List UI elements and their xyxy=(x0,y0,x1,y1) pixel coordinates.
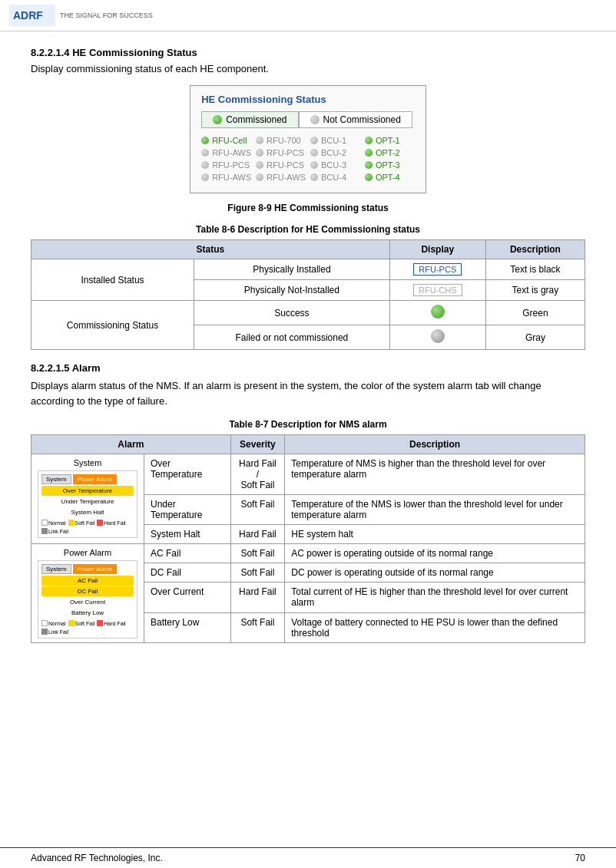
desc-cell: DC power is operating outside of its nor… xyxy=(285,563,585,583)
table-8-7: Alarm Severity Description System System… xyxy=(31,434,585,643)
row-group-installed: Installed Status xyxy=(31,259,194,301)
list-item: BCU-4 xyxy=(310,173,360,182)
logo: ADRF xyxy=(9,5,55,26)
over-current-item: Over Current xyxy=(41,597,134,607)
system-halt-item: System Halt xyxy=(41,507,134,517)
footer-page-number: 70 xyxy=(575,853,585,863)
legend-soft2: Soft Fail xyxy=(68,620,95,626)
list-item: RFU-PCS xyxy=(256,160,306,170)
alarm-label: Battery Low xyxy=(144,612,231,642)
desc-cell: HE system halt xyxy=(285,525,585,544)
he-commissioning-box: HE Commissioning Status Commissioned Not… xyxy=(190,85,426,193)
list-item: RFU-PCS xyxy=(256,148,306,157)
list-item: BCU-3 xyxy=(310,160,360,170)
display-cell xyxy=(389,325,485,350)
description-col-header: Description xyxy=(285,435,585,454)
alarm-group-power: Power Alarm System Power Alarm AC Fail D… xyxy=(31,544,144,643)
power-alarm-tab: Power Alarm xyxy=(73,474,117,484)
system-tab: System xyxy=(41,474,71,484)
battery-low-item: Battery Low xyxy=(41,608,134,618)
table-8-6: Status Display Description Installed Sta… xyxy=(31,239,585,350)
table-row: Commissioning Status Success Green xyxy=(31,301,585,325)
alarm-label: AC Fail xyxy=(144,544,231,563)
dot-green-icon xyxy=(365,173,373,181)
legend-link2: Link Fail xyxy=(41,629,68,635)
section-heading-82214: 8.2.2.1.4 HE Commissioning Status xyxy=(31,47,585,58)
dot-gray-icon xyxy=(256,173,263,181)
row-label: Physically Not-Installed xyxy=(194,280,390,301)
over-temp-item: Over Temperature xyxy=(41,486,134,496)
system-screenshot: System Power Alarm Over Temperature Unde… xyxy=(38,470,137,538)
legend-soft: Soft Fail xyxy=(68,520,95,526)
list-item: OPT-4 xyxy=(365,173,415,182)
sys-items-list: Over Temperature Under Temperature Syste… xyxy=(41,486,134,517)
list-item: OPT-2 xyxy=(365,148,415,157)
system-tab2: System xyxy=(41,564,71,574)
list-item: RFU-AWS xyxy=(201,173,251,182)
page-footer: Advanced RF Technologies, Inc. 70 xyxy=(0,847,616,868)
dot-gray-icon xyxy=(310,137,318,144)
list-item: RFU-AWS xyxy=(256,173,306,182)
list-item: RFU-AWS xyxy=(201,148,251,157)
severity-cell: Soft Fail xyxy=(230,544,285,563)
severity-cell: Soft Fail xyxy=(230,612,285,642)
dot-green-icon xyxy=(365,149,373,157)
table-row: Power Alarm System Power Alarm AC Fail D… xyxy=(31,544,585,563)
commissioned-label: Commissioned xyxy=(226,114,286,125)
row-group-commissioning: Commissioning Status xyxy=(31,301,194,350)
dot-gray-icon xyxy=(201,149,209,157)
section-body-82214: Display commissioning status of each HE … xyxy=(31,63,585,74)
desc-cell: Voltage of battery connected to HE PSU i… xyxy=(285,612,585,642)
table-row: Installed Status Physically Installed RF… xyxy=(31,259,585,280)
alarm-label: System Halt xyxy=(144,525,231,544)
ac-fail-item: AC Fail xyxy=(41,576,134,586)
legend-not-commissioned: Not Commissioned xyxy=(299,111,412,128)
dc-fail-item: DC Fail xyxy=(41,586,134,596)
alarm-label: Under Temperature xyxy=(144,495,231,525)
col-header-display: Display xyxy=(389,240,485,259)
severity-cell: Hard Fail xyxy=(230,583,285,612)
alarm-label: Over Current xyxy=(144,583,231,612)
desc-cell: Text is gray xyxy=(485,280,585,301)
legend-normal2: Normal xyxy=(41,620,66,626)
list-item: OPT-3 xyxy=(365,160,415,170)
dot-gray-icon xyxy=(310,173,318,181)
dot-gray-icon xyxy=(310,161,318,169)
dot-gray-icon xyxy=(201,173,209,181)
screenshot-tabs: System Power Alarm xyxy=(41,474,134,484)
power-alarm-tab2: Power Alarm xyxy=(73,564,117,574)
dot-gray-icon xyxy=(256,161,263,169)
legend-hard: Hard Fail xyxy=(97,520,125,526)
alarm-col-header: Alarm xyxy=(31,435,231,454)
dot-gray-icon xyxy=(201,161,209,169)
he-component-grid: RFU-Cell RFU-700 BCU-1 OPT-1 RFU-AW xyxy=(201,136,415,182)
desc-cell: Temperature of NMS is higher than the th… xyxy=(285,454,585,495)
power-sys-legend: Normal Soft Fail Hard Fail xyxy=(41,620,134,635)
display-cell: RFU-CHS xyxy=(389,280,485,301)
dot-gray-icon xyxy=(256,137,263,144)
severity-cell: Hard Fail /Soft Fail xyxy=(230,454,285,495)
rfu-pcs-display: RFU-PCS xyxy=(413,263,462,276)
svg-text:ADRF: ADRF xyxy=(13,9,43,21)
dot-gray-icon xyxy=(310,115,320,124)
list-item: RFU-PCS xyxy=(201,160,251,170)
dot-gray-icon xyxy=(256,149,263,157)
page-header: ADRF THE SIGNAL FOR SUCCESS xyxy=(0,0,616,31)
list-item: BCU-2 xyxy=(310,148,360,157)
desc-cell: Text is black xyxy=(485,259,585,280)
row-label: Success xyxy=(194,301,390,325)
severity-cell: Hard Fail xyxy=(230,525,285,544)
desc-cell: Green xyxy=(485,301,585,325)
under-temp-item: Under Temperature xyxy=(41,497,134,507)
row-label: Failed or not commissioned xyxy=(194,325,390,350)
section-heading-82215: 8.2.2.1.5 Alarm xyxy=(31,362,585,374)
dot-gray-lg-icon xyxy=(431,329,445,343)
footer-company: Advanced RF Technologies, Inc. xyxy=(31,853,163,863)
legend-commissioned: Commissioned xyxy=(201,111,298,128)
logo-tagline: THE SIGNAL FOR SUCCESS xyxy=(60,12,153,20)
section-body-82215: Displays alarm status of the NMS. If an … xyxy=(31,378,585,408)
main-content: 8.2.2.1.4 HE Commissioning Status Displa… xyxy=(0,31,616,674)
severity-cell: Soft Fail xyxy=(230,495,285,525)
row-label: Physically Installed xyxy=(194,259,390,280)
list-item: OPT-1 xyxy=(365,136,415,145)
